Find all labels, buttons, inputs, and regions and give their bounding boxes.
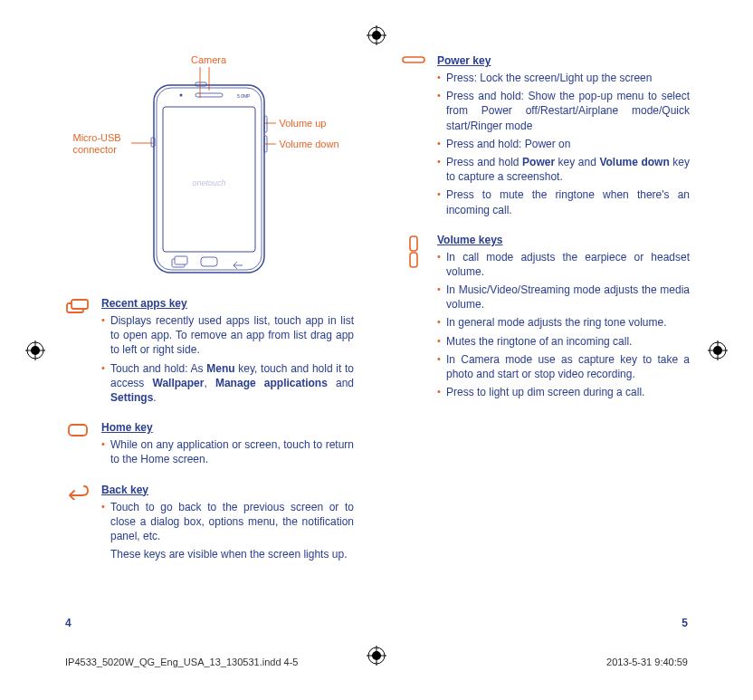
volume-item-5: In Camera mode use as capture key to tak… [437,352,690,381]
registration-mark-bottom [367,646,386,666]
svg-rect-35 [69,425,87,436]
page-number-left: 4 [65,617,71,629]
svg-rect-34 [71,300,88,309]
volume-item-6: Press to light up dim screen during a ca… [437,385,690,399]
svg-rect-24 [195,93,223,97]
camera-mp-text: 5.0MP [237,93,251,99]
registration-mark-top [367,25,386,45]
power-item-1: Press: Lock the screen/Light up the scre… [437,71,690,85]
svg-point-25 [179,94,182,97]
svg-rect-37 [410,236,417,251]
registration-mark-left [25,340,45,360]
recent-item-2: Touch and hold: As Menu key, touch and h… [101,361,354,406]
recent-item-1: Displays recently used apps list, touch … [101,313,354,358]
power-item-3: Press and hold: Power on [437,137,690,151]
registration-mark-right [708,340,728,360]
power-item-5: Press to mute the ringtone when there's … [437,187,690,216]
volume-keys-icon [399,234,428,404]
section-volume-keys: Volume keys In call mode adjusts the ear… [399,234,690,404]
phone-brand-text: onetouch [192,178,225,187]
power-key-title: Power key [437,54,690,67]
svg-rect-27 [175,256,187,264]
volume-item-4: Mutes the ringtone of an incoming call. [437,334,690,349]
page-right: Power key Press: Lock the screen/Light u… [399,54,690,600]
section-recent-apps: Recent apps key Displays recently used a… [63,297,354,408]
home-key-icon [63,421,92,470]
page-number-right: 5 [682,617,688,629]
home-key-title: Home key [101,421,354,434]
volume-item-1: In call mode adjusts the earpiece or hea… [437,250,690,279]
back-key-icon [63,484,92,562]
power-item-2: Press and hold: Show the pop-up menu to … [437,89,690,133]
section-back-key: Back key Touch to go back to the previou… [63,484,354,562]
power-item-4: Press and hold Power key and Volume down… [437,155,690,184]
back-key-title: Back key [101,484,354,496]
volume-item-2: In Music/Video/Streaming mode adjusts th… [437,283,690,312]
back-key-note: These keys are visible when the screen l… [101,547,354,561]
phone-illustration: 5.0MP onetouch [150,82,268,276]
volume-item-3: In general mode adjusts the ring tone vo… [437,315,690,330]
phone-diagram: Camera Micro-USB connector Volume up Vol… [73,54,345,281]
page-left: Camera Micro-USB connector Volume up Vol… [63,54,354,600]
recent-apps-title: Recent apps key [101,297,354,310]
svg-rect-28 [201,257,217,266]
footer-doc-info: IP4533_5020W_QG_Eng_USA_13_130531.indd 4… [65,657,298,667]
recent-apps-icon [63,297,92,408]
power-key-icon [399,54,428,221]
svg-rect-36 [403,57,424,62]
home-item-1: While on any application or screen, touc… [101,437,354,466]
back-item-1: Touch to go back to the previous screen … [101,500,354,544]
volume-keys-title: Volume keys [437,234,690,246]
footer-timestamp: 2013-5-31 9:40:59 [606,657,688,667]
svg-rect-38 [410,253,417,267]
section-home-key: Home key While on any application or scr… [63,421,354,470]
section-power-key: Power key Press: Lock the screen/Light u… [399,54,690,221]
page-spread: Camera Micro-USB connector Volume up Vol… [63,54,690,600]
